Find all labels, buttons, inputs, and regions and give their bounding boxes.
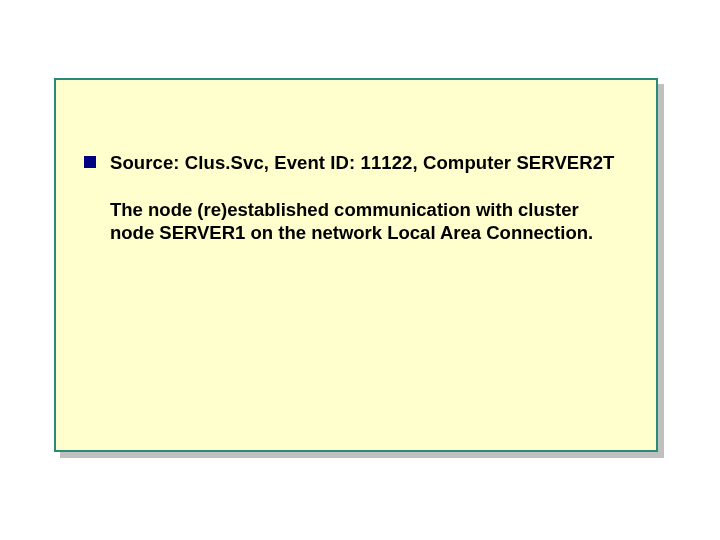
bullet-square-icon (84, 156, 96, 168)
event-heading: Source: Clus.Svc, Event ID: 11122, Compu… (110, 152, 650, 174)
card (54, 78, 658, 452)
event-body: The node (re)established communication w… (110, 198, 606, 244)
slide: Source: Clus.Svc, Event ID: 11122, Compu… (0, 0, 720, 540)
